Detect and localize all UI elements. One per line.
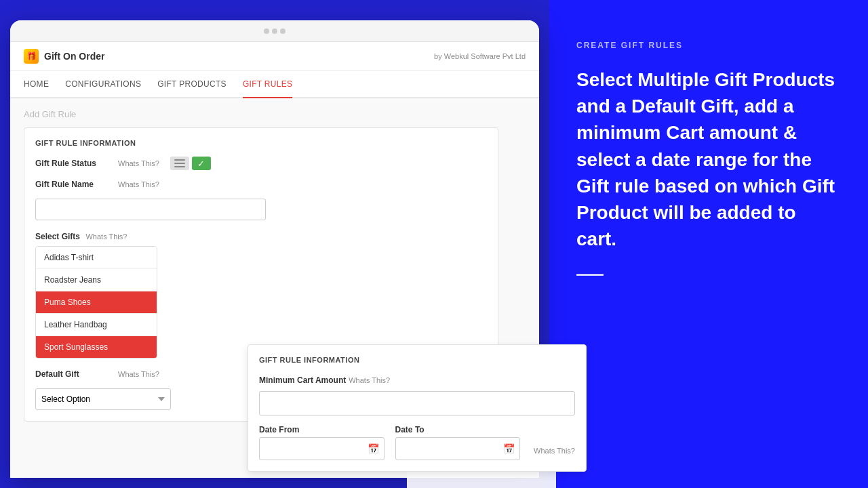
- nav-bar: HOME CONFIGURATIONS GIFT PRODUCTS GIFT R…: [10, 71, 539, 98]
- nav-gift-products[interactable]: GIFT PRODUCTS: [157, 71, 226, 98]
- status-whats-this: Whats This?: [118, 159, 159, 167]
- default-gift-label: Default Gift: [35, 369, 110, 379]
- gift-option-sport[interactable]: Sport Sunglasses: [36, 336, 157, 358]
- divider-line: [576, 274, 604, 276]
- browser-dot-1: [264, 28, 269, 34]
- default-gift-whats-this: Whats This?: [118, 370, 159, 378]
- date-to-input-wrapper: 📅: [395, 437, 521, 460]
- date-from-input-wrapper: 📅: [259, 437, 384, 460]
- gift-rule-name-input[interactable]: [35, 199, 266, 220]
- left-panel: 🎁 Gift On Order by Webkul Software Pvt L…: [0, 0, 549, 488]
- app-header: 🎁 Gift On Order by Webkul Software Pvt L…: [10, 42, 539, 71]
- browser-window: 🎁 Gift On Order by Webkul Software Pvt L…: [10, 20, 539, 478]
- gifts-whats-this: Whats This?: [85, 232, 127, 241]
- date-from-input[interactable]: [259, 437, 384, 460]
- toggle-lines-icon[interactable]: [170, 157, 189, 170]
- powered-by: by Webkul Software Pvt Ltd: [434, 52, 526, 60]
- select-gifts-label: Select Gifts: [35, 232, 80, 241]
- section-title-2: GIFT RULE INFORMATION: [259, 356, 575, 364]
- page-breadcrumb: Add Gift Rule: [24, 109, 526, 119]
- date-to-field: Date To 📅: [395, 425, 521, 460]
- min-cart-label: Minimum Cart Amount: [259, 375, 346, 385]
- gift-rule-status-label: Gift Rule Status: [35, 159, 110, 168]
- min-cart-whats-this: Whats This?: [349, 376, 390, 384]
- min-cart-row: Minimum Cart AmountWhats This?: [259, 373, 575, 415]
- create-gift-rules-label: CREATE GIFT RULES: [576, 41, 841, 50]
- toggle-check-icon[interactable]: ✓: [192, 157, 211, 170]
- browser-dot-2: [272, 28, 277, 34]
- app-title: Gift On Order: [44, 51, 104, 62]
- logo-emoji: 🎁: [26, 52, 37, 61]
- name-whats-this: Whats This?: [118, 180, 159, 188]
- section-title-1: GIFT RULE INFORMATION: [35, 139, 487, 147]
- logo-icon: 🎁: [24, 49, 39, 64]
- gift-option-roadster[interactable]: Roadster Jeans: [36, 269, 157, 291]
- toggle-line-2: [174, 163, 185, 164]
- nav-home[interactable]: HOME: [24, 71, 49, 98]
- nav-configurations[interactable]: CONFIGURATIONS: [65, 71, 141, 98]
- nav-gift-rules[interactable]: GIFT RULES: [243, 71, 292, 98]
- gift-options-list: Adidas T-shirt Roadster Jeans Puma Shoes…: [35, 246, 157, 359]
- second-gift-rule-info-card: GIFT RULE INFORMATION Minimum Cart Amoun…: [248, 344, 587, 472]
- date-to-label: Date To: [395, 425, 521, 434]
- date-to-input[interactable]: [395, 437, 521, 460]
- date-from-field: Date From 📅: [259, 425, 384, 460]
- right-panel: CREATE GIFT RULES Select Multiple Gift P…: [549, 0, 868, 488]
- toggle-line-3: [174, 166, 185, 167]
- gift-option-puma[interactable]: Puma Shoes: [36, 291, 157, 314]
- default-gift-select[interactable]: Select Option: [35, 388, 171, 410]
- date-whats-this-wrapper: Whats This?: [531, 444, 575, 460]
- gift-option-leather[interactable]: Leather Handbag: [36, 314, 157, 336]
- gift-option-adidas[interactable]: Adidas T-shirt: [36, 247, 157, 269]
- select-gifts-row: Select Gifts Whats This?: [35, 230, 487, 242]
- form-area: GIFT RULE INFORMATION Gift Rule Status W…: [24, 127, 526, 422]
- date-from-label: Date From: [259, 425, 384, 434]
- main-content: Add Gift Rule GIFT RULE INFORMATION Gift…: [10, 98, 539, 478]
- description-text: Select Multiple Gift Products and a Defa…: [576, 66, 841, 252]
- gift-rule-status-row: Gift Rule Status Whats This? ✓: [35, 157, 487, 170]
- gift-rule-name-row: Gift Rule Name Whats This?: [35, 180, 487, 189]
- min-cart-input[interactable]: [259, 391, 575, 415]
- name-input-row: [35, 199, 487, 220]
- date-whats-this: Whats This?: [534, 447, 575, 455]
- browser-dot-3: [280, 28, 285, 34]
- toggle-area: ✓: [170, 157, 211, 170]
- app-logo: 🎁 Gift On Order: [24, 49, 104, 64]
- toggle-line-1: [174, 159, 185, 161]
- date-row: Date From 📅 Date To 📅: [259, 425, 575, 460]
- browser-top-bar: [10, 20, 539, 42]
- gift-rule-name-label: Gift Rule Name: [35, 180, 110, 189]
